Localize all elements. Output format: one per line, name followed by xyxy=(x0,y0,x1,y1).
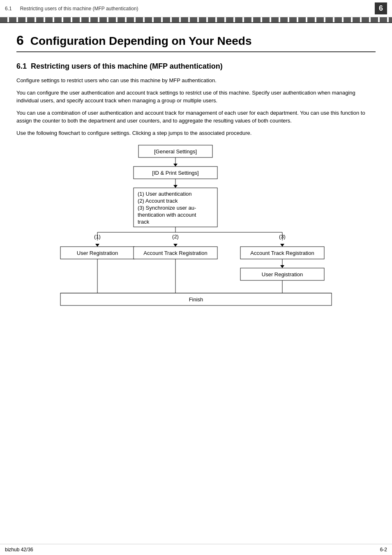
fc-option-3b: thentication with account xyxy=(138,212,196,218)
flowchart: [General Settings] [ID & Print Settings]… xyxy=(28,141,364,322)
fc-general-settings: [General Settings] xyxy=(154,148,197,155)
svg-marker-11 xyxy=(95,244,99,247)
decoration-bar xyxy=(0,17,392,23)
fc-label-2: (2) xyxy=(172,234,179,240)
body-paragraph-2: You can configure the user authenticatio… xyxy=(16,89,376,105)
fc-account-track-mid: Account Track Registration xyxy=(143,250,207,256)
body-paragraph-1: Configure settings to restrict users who… xyxy=(16,76,376,85)
fc-id-print-settings: [ID & Print Settings] xyxy=(152,170,198,176)
chapter-badge-number: 6 xyxy=(375,2,387,14)
fc-user-reg-right: User Registration xyxy=(262,271,303,278)
footer-product: bizhub 42/36 xyxy=(5,547,33,553)
page-header: 6.1 Restricting users of this machine (M… xyxy=(0,0,392,17)
svg-marker-2 xyxy=(173,164,178,166)
footer-page-number: 6-2 xyxy=(380,547,387,553)
header-chapter-badge: 6 xyxy=(375,2,387,14)
svg-marker-12 xyxy=(173,244,178,247)
fc-account-track-right: Account Track Registration xyxy=(250,250,314,256)
svg-marker-18 xyxy=(280,265,284,268)
header-section-number: 6.1 xyxy=(5,6,12,12)
chapter-number: 6 xyxy=(16,33,24,48)
chapter-heading: 6 Configuration Depending on Your Needs xyxy=(16,33,376,52)
header-section-ref: 6.1 Restricting users of this machine (M… xyxy=(5,6,138,12)
svg-marker-13 xyxy=(280,244,284,247)
header-section-title: Restricting users of this machine (MFP a… xyxy=(20,6,138,12)
fc-user-reg-left: User Registration xyxy=(77,250,118,256)
section-number: 6.1 xyxy=(16,62,27,71)
fc-option-1: (1) User authentication xyxy=(138,191,192,197)
fc-option-3a: (3) Synchronize user au- xyxy=(138,205,196,211)
svg-marker-5 xyxy=(173,185,178,188)
fc-finish: Finish xyxy=(189,296,203,303)
page-content: 6 Configuration Depending on Your Needs … xyxy=(0,23,392,338)
chapter-title: Configuration Depending on Your Needs xyxy=(30,35,252,48)
fc-option-3c: track xyxy=(138,219,150,225)
body-paragraph-3: You can use a combination of user authen… xyxy=(16,109,376,125)
fc-option-2: (2) Account track xyxy=(138,198,178,204)
page-footer: bizhub 42/36 6-2 xyxy=(0,544,392,555)
section-title: Restricting users of this machine (MFP a… xyxy=(31,62,223,71)
body-paragraph-4: Use the following flowchart to configure… xyxy=(16,129,376,137)
section-heading: 6.1 Restricting users of this machine (M… xyxy=(16,62,376,71)
